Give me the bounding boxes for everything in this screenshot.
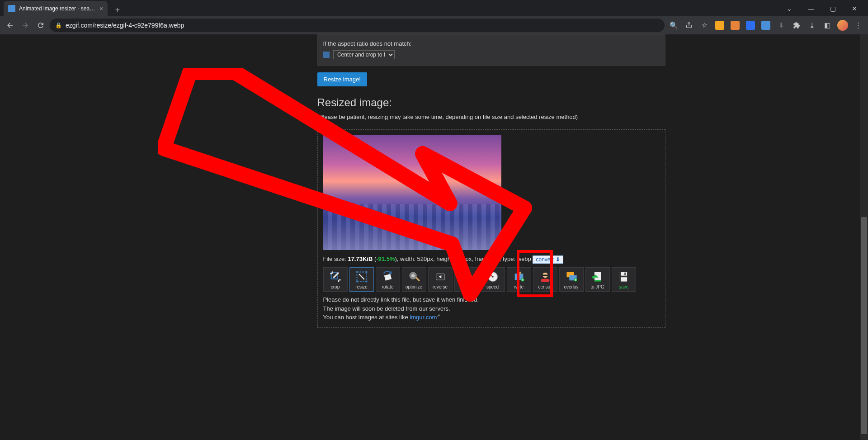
tool-censor[interactable]: censor [533, 267, 557, 292]
browser-toolbar: 🔒 ezgif.com/resize/ezgif-4-c92e799f6a.we… [0, 16, 868, 34]
tool-to-jpg[interactable]: to JPG [585, 267, 610, 292]
imgur-link[interactable]: imgur.com [410, 314, 437, 321]
extension-4-icon[interactable] [760, 19, 772, 32]
download-inactive-icon[interactable]: ⬇ [775, 19, 788, 32]
scrollbar-thumb[interactable] [861, 217, 867, 434]
tool-optimize[interactable]: optimize [402, 267, 426, 292]
minimize-icon[interactable]: ― [802, 5, 820, 12]
url-text: ezgif.com/resize/ezgif-4-c92e799f6a.webp [66, 22, 184, 29]
speed-icon [486, 270, 500, 284]
aspect-select[interactable]: Center and crop to fit [333, 50, 395, 59]
svg-rect-19 [541, 279, 549, 282]
svg-rect-27 [621, 272, 627, 276]
svg-rect-6 [384, 274, 392, 281]
svg-point-4 [356, 280, 358, 283]
write-icon [512, 270, 526, 284]
page-content: If the aspect ratio does not match: Cent… [191, 34, 670, 440]
tool-crop[interactable]: crop [323, 267, 348, 292]
svg-rect-28 [624, 273, 626, 275]
resize-icon [355, 270, 368, 284]
close-tab-icon[interactable]: × [99, 5, 103, 12]
tool-resize[interactable]: resize [349, 267, 374, 292]
reload-button[interactable] [34, 19, 47, 32]
close-window-icon[interactable]: ✕ [845, 5, 863, 12]
tab-title: Animated image resizer - sea.wel [19, 5, 96, 12]
browser-tab[interactable]: Animated image resizer - sea.wel × [4, 1, 108, 16]
toolbar-right: 🔍 ☆ ⬇ ⤓ ◧ ⋮ [667, 19, 864, 32]
svg-point-2 [356, 271, 358, 273]
download-icon[interactable]: ⤓ [806, 19, 818, 32]
vertical-scrollbar[interactable] [860, 34, 868, 440]
result-heading: Resized image: [317, 96, 665, 109]
crop-icon [329, 270, 342, 284]
censor-icon [538, 270, 552, 284]
save-icon [617, 270, 631, 284]
maximize-icon[interactable]: ▢ [824, 5, 842, 12]
browser-chrome: Animated image resizer - sea.wel × + ⌄ ―… [0, 0, 868, 34]
window-controls: ⌄ ― ▢ ✕ [780, 1, 868, 16]
convert-button[interactable]: convert ⬇ [533, 255, 563, 264]
footer-notes: Please do not directly link this file, b… [323, 295, 660, 322]
share-icon[interactable] [683, 19, 695, 32]
lock-icon: 🔒 [55, 22, 62, 28]
tool-write[interactable]: write [507, 267, 531, 292]
extension-3-icon[interactable] [744, 19, 757, 32]
effects-icon [460, 270, 473, 284]
svg-point-12 [464, 274, 469, 279]
svg-point-3 [365, 271, 368, 273]
preview-image [323, 135, 501, 250]
tool-save[interactable]: save [612, 267, 636, 292]
sidepanel-icon[interactable]: ◧ [821, 19, 834, 32]
external-link-icon: ↗ [437, 313, 440, 318]
aspect-ratio-panel: If the aspect ratio does not match: Cent… [317, 34, 665, 66]
extensions-icon[interactable] [790, 19, 803, 32]
zoom-icon[interactable]: 🔍 [667, 19, 680, 32]
tool-reverse[interactable]: reverse [428, 267, 453, 292]
svg-point-8 [411, 274, 415, 277]
svg-point-14 [492, 276, 494, 278]
download-small-icon: ⬇ [556, 256, 560, 263]
optimize-icon [407, 270, 421, 284]
page-viewport: If the aspect ratio does not match: Cent… [0, 34, 860, 440]
svg-rect-20 [542, 274, 548, 276]
chevron-down-icon[interactable]: ⌄ [780, 5, 798, 12]
tool-rotate[interactable]: rotate [376, 267, 400, 292]
aspect-label: If the aspect ratio does not match: [323, 40, 412, 47]
tab-bar: Animated image resizer - sea.wel × + ⌄ ―… [0, 0, 868, 16]
resize-button[interactable]: Resize image! [317, 72, 367, 86]
file-info: File size: 17.73KiB (-91.5%), width: 520… [323, 255, 660, 264]
svg-rect-29 [621, 277, 627, 281]
size-reduction: -91.5% [376, 255, 395, 262]
menu-icon[interactable]: ⋮ [852, 19, 864, 32]
svg-rect-25 [594, 280, 601, 282]
forward-button[interactable] [19, 19, 32, 32]
back-button[interactable] [4, 19, 16, 32]
tab-favicon [8, 5, 15, 12]
extension-2-icon[interactable] [729, 19, 741, 32]
address-bar[interactable]: 🔒 ezgif.com/resize/ezgif-4-c92e799f6a.we… [50, 19, 665, 32]
to-jpg-icon [591, 270, 604, 284]
profile-avatar[interactable] [836, 19, 849, 32]
tool-speed[interactable]: speed [481, 267, 505, 292]
patience-note: (Please be patient, resizing may take so… [317, 114, 665, 120]
reverse-icon [434, 270, 447, 284]
tool-effects[interactable]: effects [454, 267, 479, 292]
star-icon[interactable]: ☆ [698, 19, 711, 32]
svg-rect-9 [415, 277, 420, 282]
tool-overlay[interactable]: overlay [559, 267, 584, 292]
extension-1-icon[interactable] [713, 19, 726, 32]
result-box: File size: 17.73KiB (-91.5%), width: 520… [317, 129, 665, 328]
overlay-icon [565, 270, 578, 284]
aspect-icon [323, 52, 330, 58]
svg-point-5 [365, 280, 368, 283]
tool-row: crop resize rotate optimize [323, 267, 660, 292]
new-tab-button[interactable]: + [111, 4, 124, 16]
rotate-icon [381, 270, 395, 284]
